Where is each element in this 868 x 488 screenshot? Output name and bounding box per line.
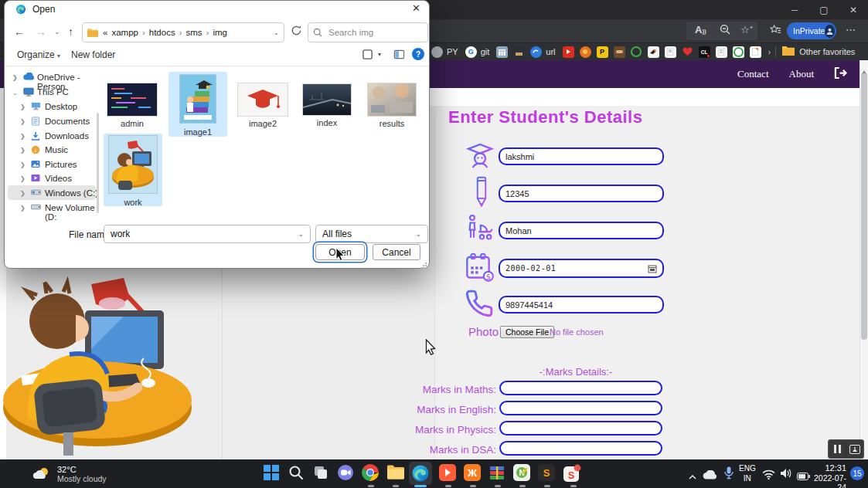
file-results[interactable]: results: [368, 83, 416, 128]
xampp-icon[interactable]: Ж: [464, 464, 482, 483]
other-favorites-label[interactable]: Other favorites: [799, 47, 855, 56]
bookmark-url-icon[interactable]: [530, 46, 542, 58]
breadcrumb-xampp[interactable]: xampp: [111, 28, 138, 37]
nav-about-link[interactable]: About: [789, 68, 815, 80]
file-explorer-icon[interactable]: [386, 464, 405, 483]
address-dropdown-icon[interactable]: ⌄: [273, 29, 279, 36]
cancel-button[interactable]: Cancel: [373, 244, 420, 260]
bookmark-label-py[interactable]: PY: [447, 47, 458, 56]
refresh-icon[interactable]: [291, 25, 302, 39]
chrome-icon[interactable]: [362, 464, 380, 483]
clock[interactable]: 12:31 2022-07-24: [806, 463, 846, 488]
sidebar-item-new-volume-d[interactable]: ❯New Volume (D:: [5, 201, 101, 215]
dialog-resize-grip[interactable]: [420, 259, 427, 273]
parent-name-input[interactable]: [499, 222, 664, 239]
marks-maths-input[interactable]: [499, 381, 662, 395]
sidebar-item-onedrive[interactable]: ❯OneDrive - Person: [5, 70, 101, 85]
phone-input[interactable]: [499, 296, 664, 313]
snagit-icon[interactable]: S: [563, 464, 581, 483]
breadcrumb-htdocs[interactable]: htdocs: [149, 28, 175, 37]
bookmark-doc-icon[interactable]: [665, 46, 676, 58]
choose-file-button[interactable]: Choose File: [500, 326, 554, 338]
bookmark-fire-icon[interactable]: [580, 46, 591, 58]
bookmark-youtube-icon[interactable]: [563, 46, 574, 58]
bookmarks-overflow-icon[interactable]: ›: [768, 47, 771, 56]
date-picker-icon[interactable]: [648, 264, 657, 273]
file-type-dropdown-icon[interactable]: ⌄: [415, 230, 421, 238]
bookmark-ring-icon[interactable]: [631, 46, 642, 58]
bookmark-doc2-icon[interactable]: [716, 46, 727, 58]
screenshot-icon[interactable]: [846, 445, 863, 454]
bookmark-p-icon[interactable]: P: [597, 46, 608, 58]
winrar-icon[interactable]: [488, 464, 507, 483]
bookmark-github-icon[interactable]: [431, 46, 443, 58]
file-image2[interactable]: image2: [238, 83, 288, 128]
breadcrumb-sms[interactable]: sms: [186, 28, 203, 37]
new-folder-button[interactable]: New folder: [71, 49, 115, 60]
inprivate-badge[interactable]: InPrivate: [787, 22, 836, 39]
favorites-hub-icon[interactable]: [770, 24, 781, 38]
chat-icon[interactable]: [337, 464, 356, 483]
student-id-input[interactable]: [499, 185, 664, 202]
file-name-combobox[interactable]: work ⌄: [104, 225, 311, 243]
file-admin[interactable]: admin: [107, 83, 157, 128]
sidebar-item-music[interactable]: ❯♪Music: [5, 143, 101, 158]
search-input[interactable]: [327, 27, 415, 38]
bookmark-glasses-icon[interactable]: [614, 46, 625, 58]
bookmark-orange-doc-icon[interactable]: [750, 46, 761, 58]
weather-widget[interactable]: 32°C Mostly cloudy: [32, 462, 107, 486]
bookmark-cl-icon[interactable]: CL: [699, 46, 710, 58]
sidebar-item-desktop[interactable]: ❯Desktop: [5, 100, 101, 114]
dob-input[interactable]: 2000-02-01: [499, 259, 664, 278]
minimize-icon[interactable]: ─: [780, 0, 809, 19]
sidebar-scrollbar[interactable]: [97, 113, 99, 213]
pause-icon[interactable]: [829, 445, 846, 453]
sidebar-item-documents[interactable]: ❯Documents: [5, 114, 101, 129]
taskbar-search-icon[interactable]: [288, 464, 306, 483]
bookmark-label-url[interactable]: url: [546, 47, 555, 56]
tray-expand-icon[interactable]: [689, 469, 696, 483]
sidebar-item-videos[interactable]: ❯Videos: [5, 171, 101, 186]
scrollbar-thumb[interactable]: [861, 73, 867, 340]
close-icon[interactable]: ✕: [839, 0, 868, 19]
preview-pane-icon[interactable]: [393, 49, 405, 63]
back-icon[interactable]: ←: [14, 25, 25, 38]
bookmark-heart-icon[interactable]: [682, 46, 693, 58]
view-options-dropdown-icon[interactable]: ▾: [378, 51, 381, 58]
bookmark-calendar-icon[interactable]: [496, 46, 508, 58]
sidebar-item-windows-c[interactable]: ❯Windows (C:): [5, 186, 101, 201]
file-index[interactable]: index: [303, 84, 351, 127]
task-view-icon[interactable]: [312, 464, 331, 483]
microphone-tray-icon[interactable]: [724, 466, 734, 483]
forward-icon[interactable]: →: [36, 25, 46, 38]
browser-menu-icon[interactable]: ⋯: [846, 24, 856, 36]
view-options-icon[interactable]: [362, 49, 373, 63]
address-bar[interactable]: « xampp › htdocs › sms › img ⌄: [82, 22, 284, 42]
bookmark-photo-icon[interactable]: [513, 46, 525, 58]
maximize-icon[interactable]: ▢: [809, 0, 839, 19]
volume-icon[interactable]: [780, 468, 792, 482]
search-box[interactable]: [308, 22, 428, 42]
bookmark-eagle-icon[interactable]: [648, 46, 659, 58]
student-name-input[interactable]: [499, 147, 664, 165]
file-type-select[interactable]: All files ⌄: [315, 225, 428, 243]
read-aloud-icon[interactable]: A)): [695, 24, 706, 36]
bookmark-google-icon[interactable]: G: [465, 46, 477, 58]
logout-icon[interactable]: [834, 67, 847, 82]
bookmark-label-git[interactable]: git: [481, 47, 490, 56]
file-work[interactable]: work: [104, 136, 162, 207]
bookmark-badge-icon[interactable]: [733, 46, 744, 58]
notification-badge[interactable]: 15: [850, 466, 864, 480]
start-button-icon[interactable]: [263, 464, 281, 483]
marks-dsa-input[interactable]: [499, 441, 662, 456]
sidebar-item-downloads[interactable]: ❯Downloads: [5, 129, 101, 144]
help-icon[interactable]: ?: [412, 48, 424, 60]
zoom-out-icon[interactable]: [720, 24, 730, 37]
sublime-icon[interactable]: S: [538, 464, 557, 483]
wifi-icon[interactable]: [762, 469, 775, 483]
notepadpp-icon[interactable]: N: [513, 464, 532, 483]
filmora-icon[interactable]: [439, 464, 458, 483]
marks-physics-input[interactable]: [499, 421, 662, 435]
onedrive-tray-icon[interactable]: [703, 469, 717, 483]
nav-contact-link[interactable]: Contact: [737, 68, 768, 80]
